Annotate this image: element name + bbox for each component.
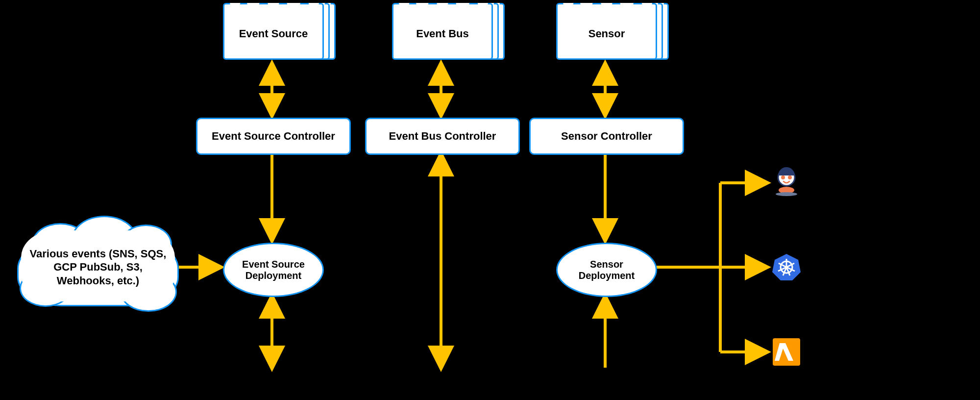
sensor-controller: Sensor Controller — [529, 118, 684, 155]
architecture-diagram: Event Source Event Source Controller Eve… — [0, 0, 980, 400]
arrows-layer — [0, 0, 980, 400]
events-cloud-label: Various events (SNS, SQS, GCP PubSub, S3… — [17, 221, 179, 314]
event-bus-caption: Event Bus with NATS Streaming — [368, 385, 532, 398]
svg-point-4 — [776, 192, 797, 196]
event-source-deployment: Event SourceDeployment — [223, 243, 324, 297]
events-cloud: Various events (SNS, SQS, GCP PubSub, S3… — [17, 221, 179, 314]
event-source-controller: Event Source Controller — [196, 118, 351, 155]
event-source-stack-label: Event Source — [224, 4, 322, 58]
event-bus-stack-label: Event Bus — [393, 4, 491, 58]
sensor-deployment: SensorDeployment — [556, 243, 657, 297]
sensor-stack-label: Sensor — [558, 4, 656, 58]
kubernetes-icon — [772, 252, 801, 282]
argo-icon — [772, 167, 801, 196]
svg-point-2 — [788, 175, 792, 179]
aws-lambda-icon — [772, 337, 801, 367]
svg-point-1 — [781, 175, 785, 179]
event-bus-controller: Event Bus Controller — [365, 118, 520, 155]
